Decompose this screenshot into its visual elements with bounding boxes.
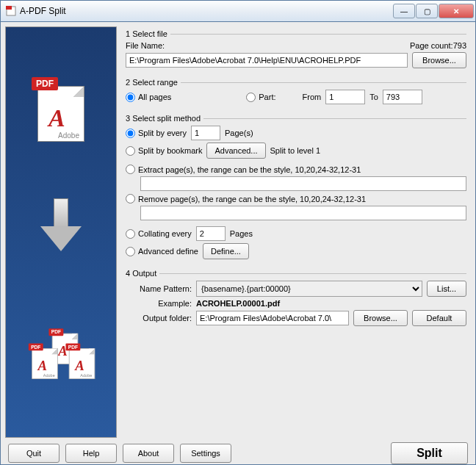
minimize-button[interactable]: —	[393, 4, 415, 18]
split-every-input[interactable]	[191, 126, 220, 140]
radio-part[interactable]: Part:	[246, 93, 275, 102]
quit-button[interactable]: Quit	[8, 444, 60, 463]
radio-all-pages[interactable]: All pages	[126, 93, 171, 102]
app-icon	[5, 5, 17, 17]
about-button[interactable]: About	[123, 444, 174, 463]
file-path-input[interactable]	[126, 53, 408, 68]
arrow-down-icon	[40, 198, 82, 257]
pdf-multi-icon: AAdPDF AAdobePDF AAdobePDF	[21, 317, 101, 384]
from-label: From	[303, 93, 322, 101]
maximize-button[interactable]: ▢	[416, 4, 438, 18]
name-pattern-combo[interactable]: {basename}.{part:00000}	[196, 281, 422, 297]
file-name-label: File Name:	[126, 41, 165, 50]
split-button[interactable]: Split	[391, 442, 468, 464]
sidebar: AAdobe PDF AAdPDF AAdobePDF AAdobePDF	[5, 26, 117, 438]
settings-button[interactable]: Settings	[180, 444, 231, 463]
content: 1 Select file File Name: Page count:793 …	[121, 26, 471, 438]
remove-input[interactable]	[140, 206, 466, 220]
example-value: ACROHELP.00001.pdf	[196, 299, 280, 308]
list-button[interactable]: List...	[427, 281, 466, 297]
help-button[interactable]: Help	[65, 444, 117, 463]
default-button[interactable]: Default	[412, 310, 466, 326]
pdf-source-icon: AAdobe PDF	[35, 77, 87, 142]
to-label: To	[369, 93, 378, 101]
define-button[interactable]: Define...	[203, 243, 249, 259]
to-input[interactable]	[383, 90, 422, 104]
pages-label: Page(s)	[225, 129, 253, 137]
titlebar: A-PDF Split — ▢ ✕	[0, 0, 476, 22]
svg-rect-1	[6, 6, 12, 10]
radio-split-every[interactable]: Split by every	[126, 129, 187, 138]
radio-collating[interactable]: Collating every	[126, 229, 192, 239]
radio-split-bookmark[interactable]: Split by bookmark	[126, 146, 202, 156]
name-pattern-label: Name Pattern:	[126, 284, 192, 293]
advanced-button[interactable]: Advanced...	[206, 143, 265, 159]
section3-legend: 3 Select split method	[126, 114, 201, 123]
example-label: Example:	[126, 299, 192, 308]
page-count: Page count:793	[410, 41, 466, 50]
section4-legend: 4 Output	[126, 269, 156, 278]
collating-pages-label: Pages	[230, 229, 253, 238]
collating-input[interactable]	[196, 226, 226, 241]
output-folder-label: Output folder:	[126, 314, 192, 322]
window-title: A-PDF Split	[20, 6, 393, 16]
close-button[interactable]: ✕	[439, 4, 474, 18]
output-folder-input[interactable]	[196, 311, 349, 325]
split-level-text: Split to level 1	[270, 146, 320, 155]
extract-input[interactable]	[140, 176, 466, 191]
radio-remove-pages[interactable]: Remove page(s), the range can be the sty…	[126, 194, 366, 203]
from-input[interactable]	[325, 90, 365, 104]
browse-file-button[interactable]: Browse...	[412, 52, 466, 68]
browse-output-button[interactable]: Browse...	[353, 310, 408, 326]
section2-legend: 2 Select range	[126, 78, 178, 87]
footer: Quit Help About Settings Split	[5, 438, 471, 464]
section1-legend: 1 Select file	[126, 29, 167, 38]
radio-extract-pages[interactable]: Extract page(s), the range can be the st…	[126, 165, 361, 174]
radio-advanced-define[interactable]: Advanced define	[126, 247, 198, 256]
